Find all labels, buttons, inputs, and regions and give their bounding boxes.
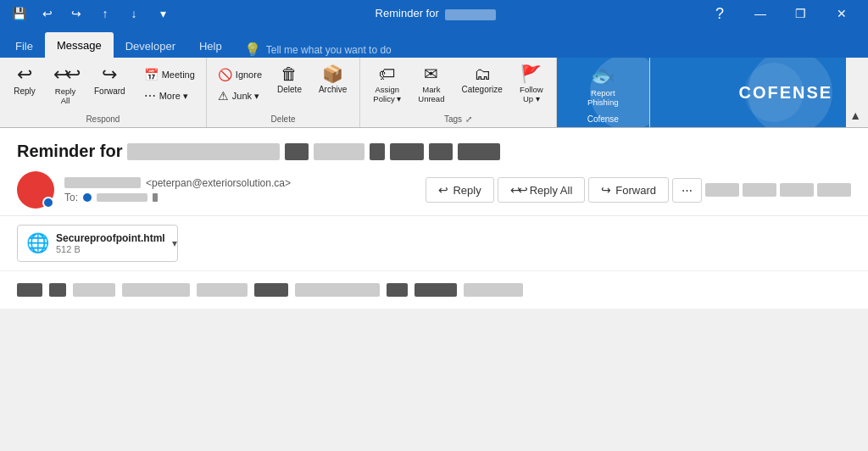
subject-redacted-1 (127, 143, 280, 160)
body-block-3 (73, 283, 115, 297)
delete-button[interactable]: 🗑 Delete (270, 61, 309, 98)
up-qat-btn[interactable]: ↑ (93, 2, 117, 25)
close-btn[interactable]: ✕ (822, 0, 861, 27)
body-block-1 (17, 283, 42, 297)
reply-all-label: ReplyAll (55, 86, 75, 105)
window-controls: ? — ❒ ✕ (700, 0, 861, 27)
delete-group: 🚫 Ignore ⚠ Junk ▾ 🗑 Delete 📦 Archive Del… (207, 58, 360, 127)
mark-unread-button[interactable]: ✉ MarkUnread (410, 61, 452, 108)
email-more-button[interactable]: ⋯ (672, 178, 702, 203)
reply-button[interactable]: ↩ Reply (5, 61, 44, 100)
email-sender-left: <peterpan@exteriorsolution.ca> To: (17, 171, 291, 209)
junk-button[interactable]: ⚠ Junk ▾ (212, 86, 268, 106)
attachment-info: Secureproofpoint.html 512 B (56, 232, 165, 254)
attachment-item[interactable]: 🌐 Secureproofpoint.html 512 B ▾ (17, 225, 178, 262)
reply-icon: ↩ (17, 65, 32, 84)
title-bar: 💾 ↩ ↪ ↑ ↓ ▾ Reminder for ? — ❒ ✕ (0, 0, 868, 27)
junk-icon: ⚠ (218, 89, 229, 103)
more-button[interactable]: ⋯ More ▾ (138, 86, 201, 106)
ignore-button[interactable]: 🚫 Ignore (212, 64, 268, 85)
respond-group: ↩ Reply ↩↩ ReplyAll ↪ Forward 📅 Meeting … (0, 58, 207, 127)
tab-file[interactable]: File (3, 34, 45, 58)
action-redacted-4 (817, 183, 851, 197)
email-reply-icon: ↩ (438, 183, 448, 197)
help-btn[interactable]: ? (700, 0, 739, 27)
action-redacted-3 (780, 183, 814, 197)
assign-policy-icon: 🏷 (379, 65, 396, 82)
body-block-2 (49, 283, 66, 297)
tab-help[interactable]: Help (187, 34, 234, 58)
email-header: Reminder for <peterpan@exteriorsolut (0, 128, 868, 216)
respond-buttons: ↩ Reply ↩↩ ReplyAll ↪ Forward 📅 Meeting … (5, 61, 201, 111)
subject-block-3 (390, 143, 424, 160)
meeting-icon: 📅 (144, 68, 159, 81)
follow-up-label: FollowUp ▾ (520, 85, 542, 103)
body-block-8 (387, 283, 408, 297)
redo-qat-btn[interactable]: ↪ (64, 2, 88, 25)
tags-expand-icon[interactable]: ⤢ (465, 114, 472, 124)
email-sender-row: <peterpan@exteriorsolution.ca> To: ↩ Rep… (17, 171, 851, 209)
ignore-junk-stack: 🚫 Ignore ⚠ Junk ▾ (212, 61, 268, 106)
to-line (153, 193, 158, 202)
cofense-logo-text: COFENSE (738, 83, 832, 103)
forward-button[interactable]: ↪ Forward (86, 61, 133, 100)
body-block-5 (197, 283, 248, 297)
email-forward-button[interactable]: ↪ Forward (588, 177, 669, 203)
delete-icon: 🗑 (281, 65, 298, 82)
mark-unread-icon: ✉ (424, 65, 438, 82)
down-qat-btn[interactable]: ↓ (122, 2, 146, 25)
tab-message[interactable]: Message (45, 32, 114, 58)
subject-block-1 (285, 143, 309, 160)
body-block-7 (295, 283, 380, 297)
respond-label: Respond (5, 111, 201, 127)
meeting-button[interactable]: 📅 Meeting (138, 64, 201, 85)
tags-label: Tags ⤢ (365, 111, 551, 127)
categorize-button[interactable]: 🗂 Categorize (453, 61, 509, 98)
qat-dropdown-btn[interactable]: ▾ (151, 2, 175, 25)
tab-tell: 💡 Tell me what you want to do (234, 42, 865, 58)
email-reply-button[interactable]: ↩ Reply (426, 177, 493, 203)
email-actions: ↩ Reply ↩↩ Reply All ↪ Forward ⋯ (426, 177, 851, 203)
attachment-size: 512 B (56, 244, 165, 254)
sender-info: <peterpan@exteriorsolution.ca> To: (64, 177, 291, 203)
email-body (0, 271, 868, 309)
subject-text: Reminder for (17, 142, 122, 161)
tags-buttons: 🏷 AssignPolicy ▾ ✉ MarkUnread 🗂 Categori… (365, 61, 551, 111)
tell-placeholder[interactable]: Tell me what you want to do (266, 44, 392, 56)
tab-developer[interactable]: Developer (114, 34, 187, 58)
reply-all-button[interactable]: ↩↩ ReplyAll (46, 61, 85, 109)
ribbon-collapse-area: ▲ (846, 58, 868, 127)
minimize-btn[interactable]: — (741, 0, 780, 27)
cofense-group: 🐟 ReportPhishing Cofense (557, 58, 650, 127)
attachment-area: 🌐 Secureproofpoint.html 512 B ▾ (0, 216, 868, 271)
window-title: Reminder for (376, 7, 500, 19)
email-reply-all-button[interactable]: ↩↩ Reply All (498, 177, 586, 203)
respond-small-stack: 📅 Meeting ⋯ More ▾ (138, 61, 201, 106)
subject-block-2 (370, 143, 385, 160)
assign-policy-button[interactable]: 🏷 AssignPolicy ▾ (365, 61, 409, 108)
body-block-6 (254, 283, 288, 297)
attachment-dropdown-icon[interactable]: ▾ (172, 237, 177, 249)
attachment-icon: 🌐 (26, 232, 49, 254)
ribbon: ↩ Reply ↩↩ ReplyAll ↪ Forward 📅 Meeting … (0, 58, 868, 128)
action-redacted-1 (705, 183, 739, 197)
collapse-ribbon-btn[interactable]: ▲ (846, 107, 865, 124)
to-redacted (97, 193, 147, 202)
delete-label: Delete (212, 111, 354, 127)
cofense-deco-circle (590, 58, 650, 127)
undo-qat-btn[interactable]: ↩ (36, 2, 59, 25)
archive-icon: 📦 (322, 65, 343, 82)
to-label: To: (64, 192, 78, 203)
categorize-icon: 🗂 (474, 65, 491, 82)
follow-up-button[interactable]: 🚩 FollowUp ▾ (512, 61, 551, 108)
tab-bar: File Message Developer Help 💡 Tell me wh… (0, 27, 868, 58)
reply-all-icon: ↩↩ (53, 65, 77, 84)
title-redacted (445, 9, 496, 20)
action-redacted-2 (743, 183, 776, 197)
archive-button[interactable]: 📦 Archive (311, 61, 354, 98)
follow-up-icon: 🚩 (520, 65, 542, 82)
lightbulb-icon: 💡 (244, 42, 261, 58)
restore-btn[interactable]: ❒ (782, 0, 821, 27)
save-qat-btn[interactable]: 💾 (7, 2, 31, 25)
body-block-9 (415, 283, 457, 297)
